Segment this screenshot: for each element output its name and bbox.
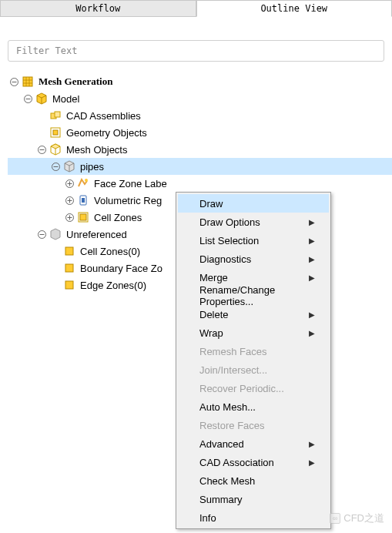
tree-label: Edge Zones(0) — [79, 280, 148, 291]
unreferenced-icon — [49, 228, 62, 240]
menu-item-diagnostics[interactable]: Diagnostics▶ — [178, 250, 329, 268]
menu-item-advanced[interactable]: Advanced▶ — [178, 434, 329, 453]
submenu-arrow-icon: ▶ — [309, 329, 315, 337]
menu-item-label: Remesh Faces — [199, 346, 266, 357]
tree-label: Model — [51, 93, 81, 105]
menu-item-recover-periodic: Recover Periodic... — [178, 379, 329, 397]
tree-row-face-zone-labels[interactable]: Face Zone Labe — [8, 175, 392, 192]
tree-label: Unreferenced — [65, 229, 129, 240]
tree-row-mesh-objects[interactable]: Mesh Objects — [8, 141, 392, 158]
mesh-objects-icon — [49, 143, 62, 156]
menu-item-label: Join/Intersect... — [199, 364, 267, 376]
tree-label: Face Zone Labe — [92, 178, 169, 189]
submenu-arrow-icon: ▶ — [309, 255, 315, 263]
volumetric-icon — [77, 194, 89, 206]
menu-item-draw-options[interactable]: Draw Options▶ — [178, 213, 329, 231]
menu-item-label: Recover Periodic... — [199, 383, 284, 394]
menu-item-label: Draw — [199, 198, 223, 210]
menu-item-label: CAD Association — [199, 457, 274, 468]
submenu-arrow-icon: ▶ — [309, 273, 315, 282]
tree-label: CAD Assemblies — [65, 110, 142, 122]
menu-item-label: Advanced — [199, 438, 244, 450]
tree-label: Volumetric Reg — [92, 195, 163, 206]
collapse-icon[interactable] — [35, 228, 48, 240]
menu-item-info[interactable]: Info — [178, 508, 329, 527]
submenu-arrow-icon: ▶ — [309, 310, 315, 319]
menu-item-label: Diagnostics — [199, 253, 251, 265]
menu-item-label: Check Mesh — [199, 475, 255, 487]
expand-icon[interactable] — [63, 211, 75, 223]
tree-label: Boundary Face Zo — [79, 263, 164, 274]
menu-item-check-mesh[interactable]: Check Mesh — [178, 471, 329, 490]
menu-item-delete[interactable]: Delete▶ — [178, 305, 329, 323]
zone-icon — [63, 262, 75, 274]
collapse-icon[interactable] — [35, 143, 48, 156]
submenu-arrow-icon: ▶ — [309, 218, 315, 226]
tree-row-cad-assemblies[interactable]: CAD Assemblies — [8, 107, 392, 124]
pipes-icon — [63, 160, 75, 173]
tree-label: Mesh Generation — [37, 75, 114, 88]
menu-item-label: List Selection — [199, 235, 259, 246]
tree-row-model[interactable]: Model — [8, 90, 392, 107]
submenu-arrow-icon: ▶ — [309, 458, 315, 467]
menu-item-join-intersect: Join/Intersect... — [178, 360, 329, 379]
tab-workflow[interactable]: Workflow — [0, 0, 196, 16]
face-zone-icon — [77, 177, 89, 189]
menu-item-summary[interactable]: Summary — [178, 490, 329, 508]
expand-icon[interactable] — [63, 177, 75, 189]
menu-item-restore-faces: Restore Faces — [178, 416, 329, 434]
svg-point-16 — [85, 179, 88, 182]
menu-item-label: Delete — [199, 309, 229, 320]
svg-rect-26 — [80, 214, 86, 220]
svg-rect-30 — [65, 264, 73, 272]
tree-label: Geometry Objects — [65, 127, 149, 139]
zone-icon — [63, 245, 75, 257]
submenu-arrow-icon: ▶ — [309, 440, 315, 448]
expand-icon[interactable] — [63, 194, 75, 206]
tab-outline-view[interactable]: Outline View — [196, 0, 393, 17]
context-menu: DrawDraw Options▶List Selection▶Diagnost… — [176, 192, 331, 529]
menu-item-label: Wrap — [199, 327, 223, 339]
watermark-text: CFD之道 — [343, 511, 384, 525]
model-icon — [35, 92, 48, 105]
collapse-icon[interactable] — [49, 160, 62, 173]
menu-item-label: Restore Faces — [199, 420, 265, 431]
tree-row-geometry-objects[interactable]: Geometry Objects — [8, 124, 392, 141]
tree-row-mesh-generation[interactable]: Mesh Generation — [8, 73, 392, 90]
menu-item-label: Summary — [199, 494, 243, 505]
menu-item-label: Auto Mesh... — [199, 401, 256, 413]
tab-bar: Workflow Outline View — [0, 0, 392, 17]
tree-label: Cell Zones(0) — [79, 246, 142, 257]
svg-rect-29 — [65, 247, 73, 255]
tree-label: pipes — [79, 161, 106, 173]
submenu-arrow-icon: ▶ — [309, 236, 315, 245]
filter-input[interactable]: Filter Text — [8, 40, 384, 62]
tree-label: Mesh Objects — [65, 144, 129, 156]
watermark: ∞ CFD之道 — [330, 511, 384, 525]
cell-zones-icon — [77, 211, 89, 223]
menu-item-list-selection[interactable]: List Selection▶ — [178, 231, 329, 250]
zone-icon — [63, 279, 75, 291]
menu-item-cad-association[interactable]: CAD Association▶ — [178, 453, 329, 471]
svg-rect-6 — [55, 112, 60, 117]
mesh-generation-icon — [22, 75, 34, 88]
menu-item-wrap[interactable]: Wrap▶ — [178, 323, 329, 342]
cad-assemblies-icon — [49, 109, 62, 122]
tree-row-pipes[interactable]: pipes — [8, 158, 392, 175]
menu-item-rename-change-properties[interactable]: Rename/Change Properties... — [178, 287, 329, 305]
menu-item-auto-mesh[interactable]: Auto Mesh... — [178, 397, 329, 416]
collapse-icon[interactable] — [22, 92, 34, 105]
collapse-icon[interactable] — [8, 75, 20, 88]
menu-item-label: Info — [199, 512, 216, 524]
watermark-icon: ∞ — [330, 513, 340, 524]
menu-item-label: Merge — [199, 272, 228, 283]
menu-item-remesh-faces: Remesh Faces — [178, 342, 329, 360]
tree-label: Cell Zones — [92, 212, 143, 223]
menu-item-label: Rename/Change Properties... — [199, 284, 315, 307]
svg-rect-31 — [65, 281, 73, 289]
svg-rect-21 — [82, 198, 85, 203]
menu-item-label: Draw Options — [199, 216, 260, 228]
menu-item-draw[interactable]: Draw — [178, 194, 329, 213]
svg-rect-2 — [23, 77, 32, 86]
geometry-objects-icon — [49, 126, 62, 139]
